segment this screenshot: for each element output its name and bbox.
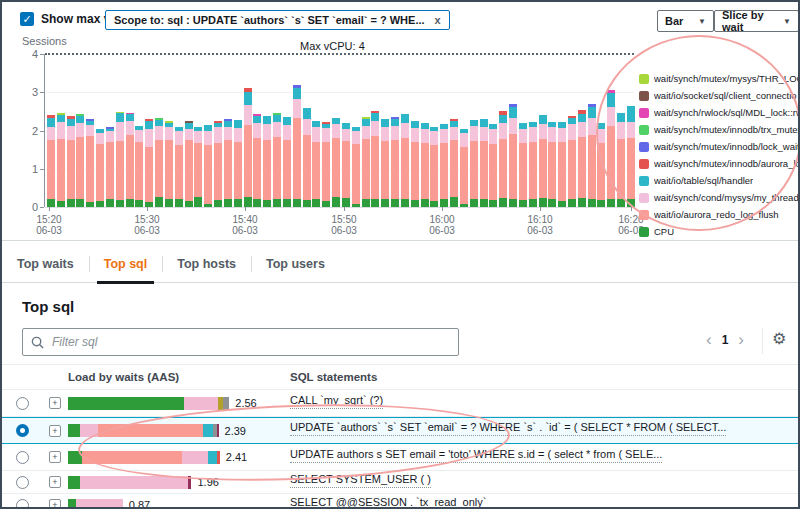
chart-bar[interactable] bbox=[96, 129, 104, 207]
chart-bar[interactable] bbox=[519, 123, 527, 207]
chart-bar[interactable] bbox=[126, 113, 134, 207]
chart-bar[interactable] bbox=[57, 113, 65, 207]
legend-item: wait/synch/rwlock/sql/MDL_lock::rwl bbox=[639, 104, 800, 121]
chart-bar[interactable] bbox=[450, 119, 458, 207]
chart-type-select[interactable]: Bar ▼ bbox=[657, 10, 714, 32]
chart-bar[interactable] bbox=[175, 127, 183, 207]
chart-bar[interactable] bbox=[165, 121, 173, 207]
gear-icon[interactable]: ⚙ bbox=[772, 329, 786, 348]
chart-bar[interactable] bbox=[342, 123, 350, 207]
chart-bar[interactable] bbox=[362, 117, 370, 207]
next-page-icon[interactable]: › bbox=[732, 330, 750, 350]
page-number[interactable]: 1 bbox=[718, 333, 733, 347]
prev-page-icon[interactable]: ‹ bbox=[700, 330, 718, 350]
tab-top-sql[interactable]: Top sql bbox=[89, 246, 163, 282]
chart-bar[interactable] bbox=[352, 127, 360, 207]
chart-bar[interactable] bbox=[411, 121, 419, 207]
chart-bar[interactable] bbox=[597, 123, 605, 207]
chart-bar[interactable] bbox=[421, 123, 429, 207]
chart-bar[interactable] bbox=[381, 119, 389, 207]
chart-bar[interactable] bbox=[145, 119, 153, 207]
slice-by-select[interactable]: Slice by wait ▼ bbox=[714, 10, 799, 32]
table-row[interactable]: +2.39UPDATE `authors` `s` SET `email` = … bbox=[2, 417, 798, 444]
chart-bar[interactable] bbox=[204, 125, 212, 207]
chart-bar[interactable] bbox=[470, 120, 478, 207]
chart-bar[interactable] bbox=[578, 110, 586, 208]
chart-bar[interactable] bbox=[539, 115, 547, 207]
chart-bar[interactable] bbox=[86, 119, 94, 207]
chart-bar[interactable] bbox=[263, 116, 271, 207]
expand-row-icon[interactable]: + bbox=[49, 397, 61, 409]
chart-bar[interactable] bbox=[558, 122, 566, 207]
chart-bar[interactable] bbox=[489, 124, 497, 207]
chart-bar[interactable] bbox=[617, 113, 625, 207]
scope-filter-chip[interactable]: Scope to: sql : UPDATE `authors` `s` SET… bbox=[105, 10, 450, 30]
chart-bar[interactable] bbox=[194, 127, 202, 207]
chart-bar[interactable] bbox=[509, 104, 517, 207]
row-radio-button[interactable] bbox=[16, 397, 29, 410]
chart-plot: Max vCPU: 4 15:2006-0315:3006-0315:4006-… bbox=[44, 54, 634, 207]
chart-bar[interactable] bbox=[303, 108, 311, 207]
chip-close-icon[interactable]: x bbox=[435, 14, 441, 26]
expand-row-icon[interactable]: + bbox=[49, 451, 61, 463]
chart-bar[interactable] bbox=[273, 113, 281, 207]
chart-bar[interactable] bbox=[548, 122, 556, 207]
chart-bar[interactable] bbox=[135, 126, 143, 207]
tab-top-users[interactable]: Top users bbox=[251, 246, 340, 282]
chart-bar[interactable] bbox=[322, 122, 330, 207]
chart-bar[interactable] bbox=[332, 118, 340, 207]
chart-bar[interactable] bbox=[460, 129, 468, 207]
chart-bar[interactable] bbox=[391, 117, 399, 207]
chart-bar[interactable] bbox=[401, 114, 409, 207]
chart-bar[interactable] bbox=[67, 116, 75, 207]
column-load-by-waits: Load by waits (AAS) bbox=[68, 371, 290, 383]
chart-bar[interactable] bbox=[47, 115, 55, 207]
sql-statement-link[interactable]: UPDATE `authors` `s` SET `email` = ? WHE… bbox=[290, 421, 726, 436]
table-row[interactable]: +2.56CALL `my_sqrt` (?) bbox=[2, 390, 798, 417]
table-row[interactable]: +2.41UPDATE authors s SET email = 'toto'… bbox=[2, 444, 798, 471]
chart-bar[interactable] bbox=[106, 127, 114, 207]
sql-statement-link[interactable]: SELECT SYSTEM_USER ( ) bbox=[290, 473, 431, 488]
show-max-vcpu-checkbox[interactable]: ✓ bbox=[20, 12, 34, 26]
chart-bar[interactable] bbox=[312, 121, 320, 207]
tab-top-hosts[interactable]: Top hosts bbox=[162, 246, 251, 282]
row-radio-button[interactable] bbox=[16, 451, 29, 464]
legend-swatch-icon bbox=[639, 108, 649, 118]
chart-bar[interactable] bbox=[499, 111, 507, 207]
chart-bar[interactable] bbox=[588, 104, 596, 207]
sql-statement-link[interactable]: SELECT @@SESSION . `tx_read_only` bbox=[290, 496, 486, 509]
legend-item: wait/io/socket/sql/client_connectio bbox=[639, 87, 800, 104]
expand-row-icon[interactable]: + bbox=[49, 476, 61, 488]
table-body: +2.56CALL `my_sqrt` (?)+2.39UPDATE `auth… bbox=[2, 390, 798, 509]
chart-bar[interactable] bbox=[185, 121, 193, 207]
row-radio-button[interactable] bbox=[16, 499, 29, 509]
chart-bar[interactable] bbox=[234, 120, 242, 207]
chart-bar[interactable] bbox=[116, 112, 124, 207]
chart-bar[interactable] bbox=[607, 90, 615, 207]
chart-bar[interactable] bbox=[283, 117, 291, 207]
chart-bar[interactable] bbox=[529, 122, 537, 207]
chart-bar[interactable] bbox=[214, 121, 222, 207]
chart-bar[interactable] bbox=[440, 124, 448, 207]
expand-row-icon[interactable]: + bbox=[49, 425, 61, 437]
expand-row-icon[interactable]: + bbox=[49, 499, 61, 509]
row-radio-button[interactable] bbox=[16, 476, 29, 489]
chart-bar[interactable] bbox=[430, 127, 438, 207]
chart-bar[interactable] bbox=[371, 111, 379, 207]
chart-bar[interactable] bbox=[224, 119, 232, 207]
table-row[interactable]: +1.96SELECT SYSTEM_USER ( ) bbox=[2, 471, 798, 494]
chart-bar[interactable] bbox=[253, 114, 261, 207]
chart-bar[interactable] bbox=[155, 118, 163, 207]
chart-bar[interactable] bbox=[293, 85, 301, 207]
row-radio-button[interactable] bbox=[16, 424, 29, 437]
chart-bar[interactable] bbox=[568, 116, 576, 207]
tab-top-waits[interactable]: Top waits bbox=[2, 246, 89, 282]
chart-bar[interactable] bbox=[244, 88, 252, 207]
sql-statement-link[interactable]: CALL `my_sqrt` (?) bbox=[290, 394, 383, 409]
sql-statement-link[interactable]: UPDATE authors s SET email = 'toto' WHER… bbox=[290, 448, 662, 463]
chart-bar[interactable] bbox=[480, 119, 488, 207]
filter-sql-input[interactable] bbox=[50, 334, 450, 350]
chart-bar[interactable] bbox=[76, 114, 84, 207]
table-row[interactable]: +0.87SELECT @@SESSION . `tx_read_only` bbox=[2, 494, 798, 509]
chart-bar[interactable] bbox=[627, 106, 635, 207]
